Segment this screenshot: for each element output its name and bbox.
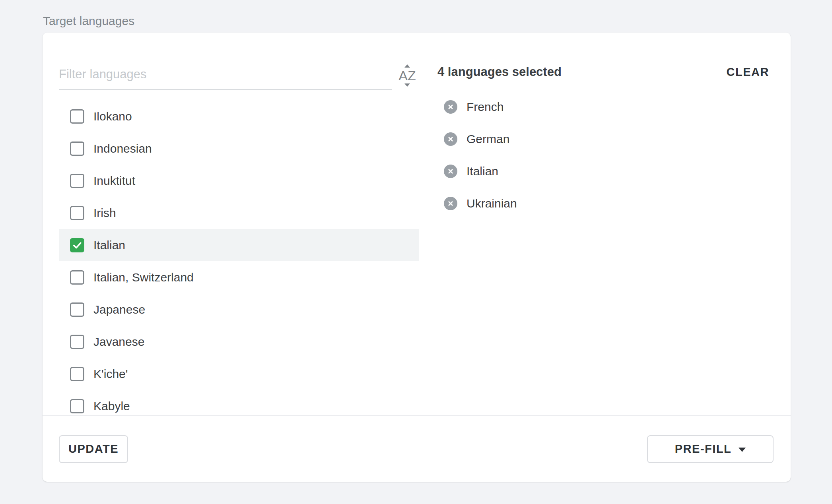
update-button-label: UPDATE xyxy=(68,442,119,456)
language-label: Japanese xyxy=(93,303,145,316)
language-row[interactable]: Italian, Switzerland xyxy=(59,261,419,293)
language-row[interactable]: Indonesian xyxy=(59,132,419,165)
page-title: Target languages xyxy=(43,14,134,28)
language-label: K'iche' xyxy=(93,367,128,381)
prefill-button[interactable]: PRE-FILL xyxy=(647,435,774,463)
selected-language-label: Ukrainian xyxy=(467,197,517,210)
selected-language-list: FrenchGermanItalianUkrainian xyxy=(437,91,769,219)
selected-count-label: 4 languages selected xyxy=(437,64,562,79)
language-row[interactable]: Javanese xyxy=(59,326,419,358)
checkbox-unchecked[interactable] xyxy=(70,399,84,413)
selected-language-label: German xyxy=(467,132,509,146)
clear-button[interactable]: CLEAR xyxy=(727,66,769,79)
checkbox-unchecked[interactable] xyxy=(70,174,84,188)
prefill-button-label: PRE-FILL xyxy=(675,442,732,456)
checkbox-unchecked[interactable] xyxy=(70,270,84,285)
sort-alphabetical-icon[interactable]: AZ xyxy=(396,64,419,87)
language-label: Inuktitut xyxy=(93,174,135,188)
checkbox-unchecked[interactable] xyxy=(70,302,84,317)
chevron-down-icon xyxy=(739,448,746,452)
language-label: Italian xyxy=(93,238,125,252)
language-row[interactable]: Ilokano xyxy=(59,100,419,132)
selected-languages-pane: 4 languages selected CLEAR FrenchGermanI… xyxy=(419,33,791,415)
language-row[interactable]: Japanese xyxy=(59,293,419,326)
checkbox-unchecked[interactable] xyxy=(70,206,84,220)
checkbox-unchecked[interactable] xyxy=(70,367,84,381)
checkbox-checked[interactable] xyxy=(70,238,84,252)
update-button[interactable]: UPDATE xyxy=(59,435,128,463)
remove-language-icon[interactable] xyxy=(444,132,457,146)
target-languages-card: AZ IlokanoIndonesianInuktitutIrishItalia… xyxy=(43,33,791,482)
sort-letter-a: A xyxy=(399,68,408,83)
selected-language-row: German xyxy=(437,123,769,155)
language-label: Indonesian xyxy=(93,142,152,155)
sort-letter-z: Z xyxy=(408,68,416,83)
selected-language-row: Ukrainian xyxy=(437,187,769,219)
remove-language-icon[interactable] xyxy=(444,197,457,210)
language-list: IlokanoIndonesianInuktitutIrishItalianIt… xyxy=(59,100,419,415)
selected-language-label: Italian xyxy=(467,165,498,178)
checkbox-unchecked[interactable] xyxy=(70,142,84,156)
selected-header-row: 4 languages selected CLEAR xyxy=(437,64,769,79)
language-row[interactable]: Inuktitut xyxy=(59,165,419,197)
selected-language-label: French xyxy=(467,100,503,114)
filter-languages-input[interactable] xyxy=(59,67,392,90)
language-label: Irish xyxy=(93,206,116,220)
card-footer: UPDATE PRE-FILL xyxy=(43,415,791,482)
remove-language-icon[interactable] xyxy=(444,165,457,178)
sort-caret-down-icon xyxy=(404,83,410,87)
language-row[interactable]: Italian xyxy=(59,229,419,261)
language-row[interactable]: Irish xyxy=(59,197,419,229)
sort-letters: AZ xyxy=(399,69,416,82)
filter-row: AZ xyxy=(59,64,419,90)
language-picker-pane: AZ IlokanoIndonesianInuktitutIrishItalia… xyxy=(43,33,419,415)
sort-caret-up-icon xyxy=(404,64,410,68)
card-body: AZ IlokanoIndonesianInuktitutIrishItalia… xyxy=(43,33,791,415)
remove-language-icon[interactable] xyxy=(444,100,457,114)
checkbox-unchecked[interactable] xyxy=(70,335,84,349)
language-label: Italian, Switzerland xyxy=(93,271,194,284)
language-label: Javanese xyxy=(93,335,144,349)
checkbox-unchecked[interactable] xyxy=(70,109,84,124)
selected-language-row: Italian xyxy=(437,155,769,187)
language-label: Kabyle xyxy=(93,399,130,413)
selected-language-row: French xyxy=(437,91,769,123)
language-row[interactable]: Kabyle xyxy=(59,390,419,415)
language-row[interactable]: K'iche' xyxy=(59,358,419,390)
language-label: Ilokano xyxy=(93,110,132,123)
